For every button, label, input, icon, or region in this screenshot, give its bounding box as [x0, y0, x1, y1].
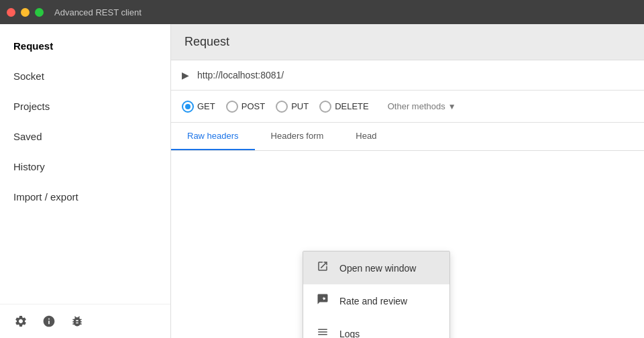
tab-raw-headers[interactable]: Raw headers [171, 123, 255, 150]
title-bar: Advanced REST client [0, 0, 644, 24]
post-radio[interactable] [226, 101, 238, 113]
sidebar-item-saved[interactable]: Saved [0, 121, 170, 152]
dropdown-menu: Open new window Rate and review Logs [303, 251, 450, 338]
settings-icon[interactable] [13, 314, 28, 329]
sidebar-item-history[interactable]: History [0, 152, 170, 182]
delete-radio[interactable] [319, 101, 331, 113]
get-label: GET [197, 101, 215, 111]
rate-review-icon [315, 293, 330, 308]
minimize-button[interactable] [21, 8, 30, 17]
maximize-button[interactable] [35, 8, 44, 17]
put-radio[interactable] [276, 101, 288, 113]
dropdown-arrow-icon: ▼ [448, 102, 456, 111]
url-chevron-icon[interactable]: ▶ [182, 70, 189, 80]
logs-icon [315, 326, 330, 338]
info-icon[interactable] [42, 314, 56, 329]
open-new-window-icon [315, 260, 330, 276]
logs-label: Logs [339, 329, 360, 339]
menu-item-open-new-window[interactable]: Open new window [303, 251, 449, 284]
other-methods-dropdown[interactable]: Other methods ▼ [385, 99, 459, 114]
tabs-bar: Raw headers Headers form Head [171, 123, 644, 151]
menu-item-rate-review[interactable]: Rate and review [303, 284, 449, 317]
sidebar: Request Socket Projects Saved History Im… [0, 24, 171, 338]
rate-review-label: Rate and review [339, 296, 407, 306]
app-layout: Request Socket Projects Saved History Im… [0, 24, 644, 338]
url-bar: ▶ http://localhost:8081/ [171, 60, 644, 91]
close-button[interactable] [7, 8, 15, 17]
main-header: Request [171, 24, 644, 60]
delete-label: DELETE [335, 101, 369, 111]
open-new-window-label: Open new window [339, 263, 416, 274]
put-label: PUT [291, 101, 309, 111]
method-delete[interactable]: DELETE [319, 101, 369, 113]
method-put[interactable]: PUT [276, 101, 309, 113]
menu-item-logs[interactable]: Logs [303, 317, 449, 338]
post-label: POST [241, 101, 265, 111]
sidebar-item-import-export[interactable]: Import / export [0, 182, 170, 212]
get-radio[interactable] [182, 101, 194, 113]
sidebar-footer [0, 304, 170, 338]
tab-head[interactable]: Head [339, 123, 392, 150]
sidebar-item-socket[interactable]: Socket [0, 61, 170, 91]
app-title: Advanced REST client [54, 7, 142, 17]
sidebar-item-request[interactable]: Request [0, 31, 170, 61]
method-get[interactable]: GET [182, 101, 215, 113]
methods-bar: GET POST PUT DELETE Other methods ▼ [171, 91, 644, 123]
method-post[interactable]: POST [226, 101, 265, 113]
main-content: Request ▶ http://localhost:8081/ GET POS… [171, 24, 644, 338]
sidebar-nav: Request Socket Projects Saved History Im… [0, 24, 170, 212]
bug-icon[interactable] [70, 314, 85, 329]
tab-headers-form[interactable]: Headers form [255, 123, 340, 150]
sidebar-item-projects[interactable]: Projects [0, 91, 170, 121]
url-text: http://localhost:8081/ [197, 70, 633, 80]
